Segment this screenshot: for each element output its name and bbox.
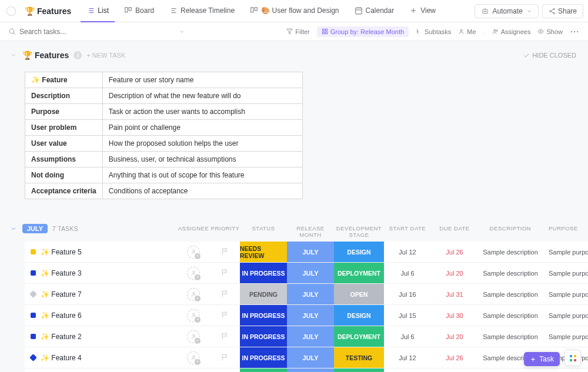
- status-cell[interactable]: IN PROGRESS: [240, 326, 287, 347]
- app-logo[interactable]: [5, 5, 18, 18]
- start-date-cell[interactable]: Jul 15: [384, 305, 431, 326]
- release-month-cell[interactable]: JULY: [287, 305, 334, 326]
- status-cell[interactable]: NEEDS REVIEW: [240, 242, 287, 262]
- priority-cell[interactable]: [211, 326, 240, 347]
- assignee-cell[interactable]: +: [176, 305, 211, 326]
- filter-chip[interactable]: Filter: [286, 28, 309, 35]
- status-cell[interactable]: PENDING: [240, 284, 287, 304]
- new-task-link[interactable]: + NEW TASK: [86, 52, 125, 59]
- dev-stage-cell[interactable]: OPEN: [334, 284, 384, 304]
- show-chip[interactable]: Show: [537, 28, 563, 35]
- tab-release-timeline[interactable]: Release Timeline: [163, 0, 240, 22]
- dev-stage-cell[interactable]: DESIGN: [334, 305, 384, 326]
- description-cell[interactable]: Sample description: [478, 305, 543, 326]
- chevron-down-icon[interactable]: [179, 29, 185, 35]
- priority-cell[interactable]: [211, 305, 240, 326]
- status-cell[interactable]: IN PROGRESS: [240, 263, 287, 283]
- tab-user-flow-and-design[interactable]: 🎨 User flow and Design: [244, 0, 345, 22]
- new-task-float-button[interactable]: Task: [524, 352, 560, 366]
- task-row[interactable]: ✨ Feature 2+IN PROGRESSJULYDEPLOYMENTJul…: [25, 326, 588, 347]
- tab-board[interactable]: Board: [118, 0, 160, 22]
- description-cell[interactable]: Sample description: [478, 242, 543, 262]
- col-priority[interactable]: PRIORITY: [211, 225, 240, 238]
- tab-list[interactable]: List: [81, 0, 115, 22]
- more-menu[interactable]: ⋯: [570, 26, 580, 37]
- due-date-cell[interactable]: Jul 31: [431, 284, 478, 304]
- groupby-chip[interactable]: Group by: Release Month: [317, 26, 409, 37]
- col-due[interactable]: DUE DATE: [431, 225, 478, 238]
- group-collapse-caret[interactable]: [9, 225, 18, 232]
- priority-cell[interactable]: [211, 284, 240, 304]
- assignees-chip[interactable]: Assignees: [492, 28, 531, 35]
- tab-calendar[interactable]: Calendar: [349, 0, 400, 22]
- hide-closed-toggle[interactable]: HIDE CLOSED: [523, 52, 576, 59]
- due-date-cell[interactable]: Jul 26: [431, 242, 478, 262]
- status-cell[interactable]: IN PROGRESS: [240, 305, 287, 326]
- me-chip[interactable]: Me: [458, 28, 476, 35]
- status-cell[interactable]: COMPLETE: [240, 368, 287, 372]
- dev-stage-cell[interactable]: DESIGN: [334, 242, 384, 262]
- add-view-tab[interactable]: View: [403, 0, 442, 22]
- dev-stage-cell[interactable]: DEPLOYMENT: [334, 326, 384, 347]
- release-month-cell[interactable]: JULY: [287, 326, 334, 347]
- release-month-cell[interactable]: JULY: [287, 242, 334, 262]
- purpose-cell[interactable]: Sample purpose: [543, 242, 588, 262]
- purpose-cell[interactable]: Sample purpose: [543, 368, 588, 372]
- due-date-cell[interactable]: Jul 13: [431, 368, 478, 372]
- task-row[interactable]: ✨ Feature 6+IN PROGRESSJULYDESIGNJul 15J…: [25, 305, 588, 326]
- share-button[interactable]: Share: [542, 4, 583, 18]
- col-month[interactable]: RELEASE MONTH: [287, 225, 334, 238]
- purpose-cell[interactable]: Sample purpose: [543, 263, 588, 283]
- col-desc[interactable]: DESCRIPTION: [478, 225, 543, 238]
- col-assignee[interactable]: ASSIGNEE: [176, 225, 211, 238]
- info-icon[interactable]: i: [74, 51, 82, 59]
- task-row[interactable]: ✨ Feature 1+COMPLETEJULYEVALUATIONJun 30…: [25, 368, 588, 372]
- description-cell[interactable]: Sample description: [478, 326, 543, 347]
- due-date-cell[interactable]: Jul 20: [431, 326, 478, 347]
- start-date-cell[interactable]: Jul 6: [384, 326, 431, 347]
- start-date-cell[interactable]: Jul 12: [384, 242, 431, 262]
- due-date-cell[interactable]: Jul 30: [431, 305, 478, 326]
- release-month-cell[interactable]: JULY: [287, 284, 334, 304]
- start-date-cell[interactable]: Jul 6: [384, 263, 431, 283]
- subtasks-chip[interactable]: Subtasks: [416, 28, 451, 35]
- start-date-cell[interactable]: Jul 16: [384, 284, 431, 304]
- purpose-cell[interactable]: Sample purpose: [543, 284, 588, 304]
- description-cell[interactable]: Sample description: [478, 263, 543, 283]
- priority-cell[interactable]: [211, 368, 240, 372]
- assignee-cell[interactable]: +: [176, 326, 211, 347]
- start-date-cell[interactable]: Jun 30: [384, 368, 431, 372]
- due-date-cell[interactable]: Jul 20: [431, 263, 478, 283]
- col-status[interactable]: STATUS: [240, 225, 287, 238]
- task-row[interactable]: ✨ Feature 3+IN PROGRESSJULYDEPLOYMENTJul…: [25, 263, 588, 284]
- priority-cell[interactable]: [211, 263, 240, 283]
- assignee-cell[interactable]: +: [176, 347, 211, 368]
- due-date-cell[interactable]: Jul 26: [431, 347, 478, 368]
- purpose-cell[interactable]: Sample purpose: [543, 305, 588, 326]
- release-month-cell[interactable]: JULY: [287, 263, 334, 283]
- col-start[interactable]: START DATE: [384, 225, 431, 238]
- apps-grid-button[interactable]: [564, 350, 581, 366]
- search-input[interactable]: [19, 28, 175, 36]
- dev-stage-cell[interactable]: DEPLOYMENT: [334, 263, 384, 283]
- release-month-cell[interactable]: JULY: [287, 347, 334, 368]
- description-cell[interactable]: Sample description: [478, 284, 543, 304]
- dev-stage-cell[interactable]: EVALUATION: [334, 368, 384, 372]
- purpose-cell[interactable]: Sample purpose: [543, 326, 588, 347]
- assignee-cell[interactable]: +: [176, 284, 211, 304]
- task-row[interactable]: ✨ Feature 5+NEEDS REVIEWJULYDESIGNJul 12…: [25, 242, 588, 263]
- assignee-cell[interactable]: +: [176, 263, 211, 283]
- priority-cell[interactable]: [211, 242, 240, 262]
- assignee-cell[interactable]: +: [176, 242, 211, 262]
- dev-stage-cell[interactable]: TESTING: [334, 347, 384, 368]
- col-stage[interactable]: DEVELOPMENT STAGE: [334, 225, 384, 238]
- automate-button[interactable]: Automate: [475, 4, 539, 18]
- status-cell[interactable]: IN PROGRESS: [240, 347, 287, 368]
- description-cell[interactable]: Sample description: [478, 368, 543, 372]
- collapse-caret[interactable]: [9, 52, 18, 59]
- col-purpose[interactable]: PURPOSE: [543, 225, 588, 238]
- task-row[interactable]: ✨ Feature 4+IN PROGRESSJULYTESTINGJul 12…: [25, 347, 588, 368]
- start-date-cell[interactable]: Jul 12: [384, 347, 431, 368]
- group-pill[interactable]: JULY: [22, 224, 48, 233]
- task-row[interactable]: ✨ Feature 7+PENDINGJULYOPENJul 16Jul 31S…: [25, 284, 588, 305]
